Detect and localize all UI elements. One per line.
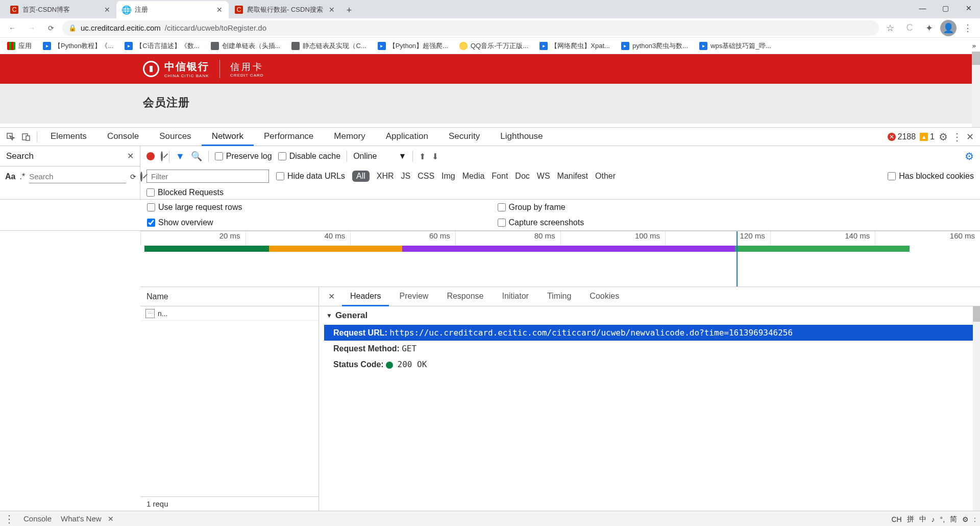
extension-c-icon[interactable]: C	[901, 20, 918, 36]
preserve-log-checkbox[interactable]: Preserve log	[215, 152, 272, 161]
detail-tab-cookies[interactable]: Cookies	[581, 287, 627, 306]
close-tab-icon[interactable]: ✕	[329, 6, 335, 14]
clear-search-icon[interactable]	[140, 173, 142, 181]
tab-performance[interactable]: Performance	[254, 128, 324, 146]
filter-input[interactable]	[146, 170, 269, 183]
detail-tab-initiator[interactable]: Initiator	[494, 287, 536, 306]
blocked-cookies-checkbox[interactable]: Has blocked cookies	[888, 172, 974, 181]
timeline-overview[interactable]: 20 ms 40 ms 60 ms 80 ms 100 ms 120 ms 14…	[140, 231, 980, 287]
record-icon[interactable]	[146, 152, 155, 160]
filter-other[interactable]: Other	[595, 172, 616, 181]
close-window-icon[interactable]: ✕	[957, 0, 980, 16]
request-url-row[interactable]: Request URL: https://uc.creditcard.eciti…	[324, 325, 975, 341]
detail-tab-preview[interactable]: Preview	[391, 287, 436, 306]
device-toggle-icon[interactable]	[18, 129, 34, 145]
detail-tab-headers[interactable]: Headers	[342, 287, 389, 306]
upload-har-icon[interactable]: ⬆	[419, 152, 426, 161]
close-tab-icon[interactable]: ✕	[216, 6, 223, 14]
tab-application[interactable]: Application	[376, 128, 438, 146]
tab-network[interactable]: Network	[202, 128, 254, 146]
drawer-menu-icon[interactable]: ⋮	[4, 513, 14, 525]
address-bar[interactable]: 🔒 uc.creditcard.ecitic.com/citiccard/ucw…	[62, 20, 879, 36]
bookmark-item[interactable]: QQ音乐-千万正版...	[456, 41, 531, 51]
search-toggle-icon[interactable]: 🔍	[191, 151, 202, 162]
star-icon[interactable]: ☆	[882, 20, 898, 36]
bookmark-item[interactable]: ▸wps基础技巧篇_哔...	[696, 41, 774, 51]
download-har-icon[interactable]: ⬇	[432, 152, 438, 161]
tab-security[interactable]: Security	[438, 128, 490, 146]
bookmark-item[interactable]: 创建单链表（头插...	[208, 41, 284, 51]
minimize-icon[interactable]: —	[911, 0, 934, 16]
detail-tab-timing[interactable]: Timing	[539, 287, 579, 306]
tab-memory[interactable]: Memory	[324, 128, 375, 146]
blocked-requests-checkbox[interactable]: Blocked Requests	[146, 188, 974, 197]
clear-icon[interactable]	[161, 152, 163, 160]
devtools-menu-icon[interactable]: ⋮	[952, 131, 962, 143]
drawer-tab-console[interactable]: Console	[23, 514, 52, 523]
tab-console[interactable]: Console	[97, 128, 149, 146]
forward-button[interactable]: →	[23, 20, 40, 36]
menu-kebab-icon[interactable]: ⋮	[960, 20, 976, 36]
drawer-tab-whatsnew[interactable]: What's New	[61, 514, 102, 523]
tab-csdn-home[interactable]: C 首页-CSDN博客 ✕	[4, 1, 116, 18]
profile-avatar-icon[interactable]: 👤	[940, 20, 957, 36]
bookmark-item[interactable]: ▸【Python教程】《...	[40, 41, 116, 51]
inspect-icon[interactable]	[3, 129, 18, 145]
close-tab-icon[interactable]: ✕	[104, 6, 110, 14]
bookmark-item[interactable]: ▸【网络爬虫】Xpat...	[536, 41, 613, 51]
filter-img[interactable]: Img	[442, 172, 455, 181]
bookmark-item[interactable]: ▸python3爬虫与数...	[618, 41, 691, 51]
hide-data-urls-checkbox[interactable]: Hide data URLs	[276, 172, 345, 181]
general-section-header[interactable]: ▼General	[326, 310, 973, 321]
tab-register[interactable]: 🌐 注册 ✕	[116, 1, 229, 18]
group-frame-checkbox[interactable]: Group by frame	[498, 203, 584, 212]
back-button[interactable]: ←	[4, 20, 20, 36]
name-column-header[interactable]: Name	[140, 287, 318, 306]
filter-media[interactable]: Media	[462, 172, 485, 181]
reload-button[interactable]: ⟳	[43, 20, 59, 36]
bookmark-item[interactable]: ▸【C语言描述】《数...	[121, 41, 202, 51]
settings-gear-icon[interactable]: ⚙	[939, 131, 948, 143]
apps-shortcut[interactable]: 应用	[4, 41, 35, 51]
filter-css[interactable]: CSS	[418, 172, 434, 181]
refresh-search-icon[interactable]: ⟳	[130, 173, 136, 181]
ime-bar[interactable]: CH 拼 中 ♪ °, 简 ⚙ :	[887, 513, 980, 526]
search-input[interactable]	[29, 170, 126, 183]
error-count[interactable]: ✕2188	[888, 132, 916, 141]
warning-count[interactable]: ▲1	[920, 132, 935, 141]
tab-sources[interactable]: Sources	[149, 128, 201, 146]
match-case-icon[interactable]: Aa	[5, 172, 15, 181]
close-drawer-tab-icon[interactable]: ✕	[108, 515, 114, 523]
detail-scrollbar[interactable]	[973, 306, 980, 511]
filter-js[interactable]: JS	[401, 172, 411, 181]
filter-xhr[interactable]: XHR	[377, 172, 394, 181]
tab-lighthouse[interactable]: Lighthouse	[490, 128, 553, 146]
tab-csdn-search[interactable]: C 爬取银行数据- CSDN搜索 ✕	[229, 1, 341, 18]
capture-ss-checkbox[interactable]: Capture screenshots	[498, 218, 584, 227]
network-settings-icon[interactable]: ⚙	[965, 150, 974, 162]
new-tab-button[interactable]: +	[341, 2, 357, 18]
detail-tab-response[interactable]: Response	[438, 287, 492, 306]
filter-toggle-icon[interactable]: ▼	[176, 151, 185, 162]
close-devtools-icon[interactable]: ✕	[966, 131, 974, 142]
extensions-puzzle-icon[interactable]: ✦	[921, 20, 937, 36]
filter-manifest[interactable]: Manifest	[557, 172, 588, 181]
bookmark-item[interactable]: ▸【Python】超强爬...	[375, 41, 451, 51]
throttle-select[interactable]: Online▼	[353, 152, 406, 161]
close-search-icon[interactable]: ✕	[127, 151, 134, 161]
page-scrollbar[interactable]	[972, 52, 980, 127]
filter-doc[interactable]: Doc	[515, 172, 529, 181]
bookmark-item[interactable]: 静态链表及实现（C...	[288, 41, 369, 51]
large-rows-checkbox[interactable]: Use large request rows	[147, 203, 242, 212]
show-overview-checkbox[interactable]: Show overview	[147, 218, 242, 227]
filter-all[interactable]: All	[352, 171, 370, 182]
request-row[interactable]: ⋯ n...	[140, 306, 318, 321]
filter-font[interactable]: Font	[492, 172, 508, 181]
maximize-icon[interactable]: ▢	[934, 0, 957, 16]
disable-cache-checkbox[interactable]: Disable cache	[278, 152, 341, 161]
filter-ws[interactable]: WS	[537, 172, 550, 181]
bookmarks-overflow-icon[interactable]: »	[972, 42, 976, 50]
regex-icon[interactable]: .*	[19, 172, 25, 181]
tab-elements[interactable]: Elements	[40, 128, 97, 146]
close-detail-icon[interactable]: ✕	[323, 292, 340, 301]
